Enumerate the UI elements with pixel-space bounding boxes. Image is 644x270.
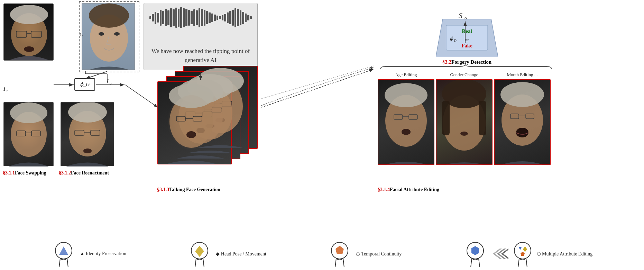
- svg-text:I: I: [3, 86, 6, 92]
- dashed-selection-box: [79, 1, 139, 72]
- identity-label: ▲ Identity Preservation: [80, 251, 126, 256]
- svg-marker-95: [335, 246, 344, 254]
- multiple-icon-container: [463, 240, 487, 267]
- multiple-attr-face-icon: [463, 240, 487, 267]
- svg-point-50: [169, 84, 214, 108]
- age-editing-label: Age Editing: [378, 72, 434, 78]
- svg-marker-103: [523, 246, 527, 252]
- legend-section: ▲ Identity Preservation ◆ Head Pose / Mo…: [0, 240, 644, 267]
- svg-point-85: [500, 82, 544, 107]
- main-diagram: I t I o C S o: [0, 0, 644, 270]
- chevrons-svg: [489, 247, 508, 261]
- svg-marker-104: [521, 252, 525, 256]
- svg-text:ϕ: ϕ: [450, 36, 453, 42]
- head-pose-icon-container: [187, 240, 212, 267]
- legend-head-pose: ◆ Head Pose / Movement: [187, 240, 266, 267]
- legend-multiple: ⬡ Multiple Attribute Editing: [463, 240, 593, 267]
- identity-face-icon: [52, 240, 76, 267]
- svg-point-101: [514, 242, 531, 259]
- svg-text:Real: Real: [462, 28, 472, 34]
- source-face-detail: [4, 4, 54, 61]
- temporal-face-icon: [328, 240, 352, 267]
- svg-point-61: [68, 102, 107, 123]
- facial-attr-label: §3.1.4Facial Attribute Editing: [378, 187, 439, 192]
- svg-text:o: o: [110, 81, 112, 85]
- waveform: [149, 7, 252, 28]
- face-reenactment-label: §3.1.2Face Reenactment: [59, 170, 109, 176]
- svg-text:Fake: Fake: [461, 43, 472, 48]
- attr-faces-row: [378, 79, 551, 165]
- svg-point-83: [460, 132, 468, 136]
- svg-line-14: [125, 85, 158, 107]
- gender-change-label: Gender Change: [436, 72, 493, 78]
- generator-box: ϕ_G: [74, 78, 95, 91]
- audio-box: We have now reached the tipping point of…: [144, 3, 258, 70]
- svg-line-15: [261, 69, 374, 107]
- svg-line-8: [85, 71, 107, 79]
- svg-point-89: [516, 128, 528, 137]
- identity-icon-container: [52, 240, 76, 267]
- svg-text:or: or: [465, 37, 469, 42]
- legend-temporal: ⬠ Temporal Continuity: [328, 240, 402, 267]
- forgery-detection-section: Real ϕ D or Fake §3.2Forgery Detection: [422, 5, 512, 65]
- head-pose-face-icon: [187, 240, 212, 267]
- svg-line-19: [261, 66, 374, 99]
- svg-text:I: I: [106, 78, 109, 84]
- legend-identity: ▲ Identity Preservation: [52, 240, 126, 267]
- face-swapping-label: §3.1.1Face Swapping: [3, 170, 46, 176]
- multiple-label: ⬡ Multiple Attribute Editing: [537, 251, 593, 257]
- temporal-label: ⬠ Temporal Continuity: [356, 251, 402, 257]
- stack-face-1: [157, 81, 232, 164]
- multi-shape-icon-container: [510, 240, 535, 267]
- mouth-face: [494, 79, 551, 165]
- swapped-face: [3, 102, 54, 166]
- svg-marker-102: [519, 247, 522, 250]
- head-pose-label: ◆ Head Pose / Movement: [216, 251, 266, 257]
- svg-rect-81: [442, 101, 450, 135]
- audio-text: We have now reached the tipping point of…: [149, 47, 252, 64]
- svg-point-54: [186, 131, 196, 138]
- svg-point-21: [10, 5, 48, 24]
- svg-point-78: [402, 129, 411, 135]
- svg-text:D: D: [454, 38, 457, 43]
- attr-labels-row: Age Editing Gender Change Mouth Editing …: [378, 72, 551, 78]
- svg-marker-93: [195, 246, 204, 257]
- generator-label: ϕ_G: [80, 81, 90, 88]
- temporal-icon-container: [328, 240, 352, 267]
- svg-marker-97: [471, 246, 479, 255]
- svg-point-74: [385, 83, 427, 107]
- talking-face-label: §3.1.3Talking Face Generation: [157, 187, 220, 192]
- reenacted-face: [61, 102, 114, 166]
- svg-rect-82: [479, 101, 486, 135]
- source-face: [3, 3, 54, 61]
- chevron-arrows: [489, 247, 508, 261]
- age-face: [378, 79, 434, 165]
- talking-face-stack: [157, 64, 258, 178]
- mouth-editing-label: Mouth Editing ...: [494, 72, 551, 78]
- svg-point-65: [83, 148, 92, 153]
- svg-marker-91: [59, 246, 68, 255]
- forgery-detection-label: §3.2Forgery Detection: [442, 59, 491, 65]
- gender-face: [436, 79, 493, 165]
- multi-shape-face-icon: [510, 240, 535, 267]
- svg-point-56: [10, 102, 47, 123]
- forgery-trapezoid-container: Real ϕ D or Fake: [436, 19, 498, 57]
- attr-editing-section: Age Editing Gender Change Mouth Editing …: [378, 72, 551, 165]
- svg-text:t: t: [7, 89, 8, 93]
- trapezoid-svg: Real ϕ D or Fake: [436, 19, 498, 57]
- svg-point-25: [24, 46, 34, 52]
